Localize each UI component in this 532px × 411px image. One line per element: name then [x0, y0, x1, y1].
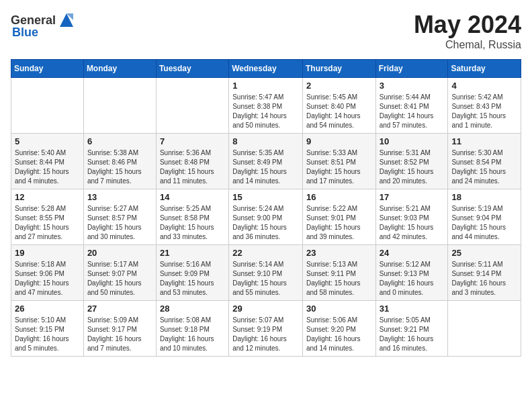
day-number: 10: [380, 136, 445, 146]
day-info: Sunrise: 5:16 AMSunset: 9:09 PMDaylight:…: [160, 260, 225, 298]
location-title: Chemal, Russia: [414, 39, 521, 51]
calendar-cell: 7Sunrise: 5:36 AMSunset: 8:48 PMDaylight…: [156, 134, 228, 189]
calendar-cell: 23Sunrise: 5:13 AMSunset: 9:11 PMDayligh…: [302, 245, 375, 301]
day-info: Sunrise: 5:07 AMSunset: 9:19 PMDaylight:…: [232, 316, 299, 353]
logo-icon: [57, 11, 76, 30]
calendar-cell: [83, 78, 156, 134]
calendar-cell: 19Sunrise: 5:18 AMSunset: 9:06 PMDayligh…: [11, 245, 84, 301]
calendar-cell: 1Sunrise: 5:47 AMSunset: 8:38 PMDaylight…: [229, 78, 303, 134]
weekday-header: Tuesday: [156, 60, 228, 78]
day-info: Sunrise: 5:27 AMSunset: 8:57 PMDaylight:…: [87, 204, 152, 242]
day-info: Sunrise: 5:09 AMSunset: 9:17 PMDaylight:…: [87, 316, 152, 353]
day-number: 22: [232, 248, 299, 258]
calendar-cell: 14Sunrise: 5:25 AMSunset: 8:58 PMDayligh…: [156, 189, 228, 245]
day-info: Sunrise: 5:10 AMSunset: 9:15 PMDaylight:…: [15, 316, 80, 353]
calendar-cell: 9Sunrise: 5:33 AMSunset: 8:51 PMDaylight…: [302, 134, 375, 189]
day-number: 4: [451, 81, 517, 91]
calendar-week-row: 26Sunrise: 5:10 AMSunset: 9:15 PMDayligh…: [11, 301, 521, 357]
day-number: 15: [232, 192, 299, 202]
calendar-cell: 18Sunrise: 5:19 AMSunset: 9:04 PMDayligh…: [448, 189, 521, 245]
calendar-cell: 25Sunrise: 5:11 AMSunset: 9:14 PMDayligh…: [448, 245, 521, 301]
day-info: Sunrise: 5:19 AMSunset: 9:04 PMDaylight:…: [451, 204, 517, 242]
day-number: 1: [232, 81, 299, 91]
weekday-header: Friday: [375, 60, 448, 78]
day-info: Sunrise: 5:14 AMSunset: 9:10 PMDaylight:…: [232, 260, 299, 298]
weekday-header: Thursday: [302, 60, 375, 78]
day-number: 29: [232, 304, 299, 314]
day-number: 21: [160, 248, 225, 258]
calendar-cell: 15Sunrise: 5:24 AMSunset: 9:00 PMDayligh…: [229, 189, 303, 245]
day-info: Sunrise: 5:08 AMSunset: 9:18 PMDaylight:…: [160, 316, 225, 353]
calendar-cell: 20Sunrise: 5:17 AMSunset: 9:07 PMDayligh…: [83, 245, 156, 301]
weekday-header: Sunday: [11, 60, 84, 78]
day-number: 12: [15, 192, 80, 202]
calendar-cell: 28Sunrise: 5:08 AMSunset: 9:18 PMDayligh…: [156, 301, 228, 357]
weekday-header: Monday: [83, 60, 156, 78]
day-number: 9: [306, 136, 372, 146]
day-info: Sunrise: 5:17 AMSunset: 9:07 PMDaylight:…: [87, 260, 152, 298]
day-info: Sunrise: 5:28 AMSunset: 8:55 PMDaylight:…: [15, 204, 80, 242]
calendar-cell: 30Sunrise: 5:06 AMSunset: 9:20 PMDayligh…: [302, 301, 375, 357]
calendar-cell: 8Sunrise: 5:35 AMSunset: 8:49 PMDaylight…: [229, 134, 303, 189]
day-number: 16: [306, 192, 372, 202]
month-title: May 2024: [414, 11, 521, 39]
calendar-cell: 24Sunrise: 5:12 AMSunset: 9:13 PMDayligh…: [375, 245, 448, 301]
day-info: Sunrise: 5:36 AMSunset: 8:48 PMDaylight:…: [160, 148, 225, 186]
day-info: Sunrise: 5:35 AMSunset: 8:49 PMDaylight:…: [232, 148, 299, 186]
day-number: 6: [87, 136, 152, 146]
day-number: 8: [232, 136, 299, 146]
day-info: Sunrise: 5:11 AMSunset: 9:14 PMDaylight:…: [451, 260, 517, 298]
calendar-cell: 29Sunrise: 5:07 AMSunset: 9:19 PMDayligh…: [229, 301, 303, 357]
day-info: Sunrise: 5:44 AMSunset: 8:41 PMDaylight:…: [380, 93, 445, 130]
calendar-cell: 16Sunrise: 5:22 AMSunset: 9:01 PMDayligh…: [302, 189, 375, 245]
calendar-cell: 5Sunrise: 5:40 AMSunset: 8:44 PMDaylight…: [11, 134, 84, 189]
day-info: Sunrise: 5:05 AMSunset: 9:21 PMDaylight:…: [380, 316, 445, 353]
day-number: 30: [306, 304, 372, 314]
calendar-cell: [156, 78, 228, 134]
day-number: 18: [451, 192, 517, 202]
calendar-cell: 22Sunrise: 5:14 AMSunset: 9:10 PMDayligh…: [229, 245, 303, 301]
calendar-cell: 4Sunrise: 5:42 AMSunset: 8:43 PMDaylight…: [448, 78, 521, 134]
day-number: 3: [380, 81, 445, 91]
day-number: 17: [380, 192, 445, 202]
calendar-week-row: 19Sunrise: 5:18 AMSunset: 9:06 PMDayligh…: [11, 245, 521, 301]
day-info: Sunrise: 5:22 AMSunset: 9:01 PMDaylight:…: [306, 204, 372, 242]
day-number: 20: [87, 248, 152, 258]
day-number: 19: [15, 248, 80, 258]
calendar-cell: 12Sunrise: 5:28 AMSunset: 8:55 PMDayligh…: [11, 189, 84, 245]
weekday-header: Wednesday: [229, 60, 303, 78]
day-number: 28: [160, 304, 225, 314]
day-number: 25: [451, 248, 517, 258]
calendar-cell: 2Sunrise: 5:45 AMSunset: 8:40 PMDaylight…: [302, 78, 375, 134]
logo-blue: Blue: [12, 26, 38, 40]
day-info: Sunrise: 5:25 AMSunset: 8:58 PMDaylight:…: [160, 204, 225, 242]
calendar-cell: 10Sunrise: 5:31 AMSunset: 8:52 PMDayligh…: [375, 134, 448, 189]
day-info: Sunrise: 5:24 AMSunset: 9:00 PMDaylight:…: [232, 204, 299, 242]
page-header: General Blue May 2024 Chemal, Russia: [11, 11, 521, 51]
day-info: Sunrise: 5:33 AMSunset: 8:51 PMDaylight:…: [306, 148, 372, 186]
day-number: 5: [15, 136, 80, 146]
day-info: Sunrise: 5:45 AMSunset: 8:40 PMDaylight:…: [306, 93, 372, 130]
calendar-cell: [11, 78, 84, 134]
calendar-cell: 11Sunrise: 5:30 AMSunset: 8:54 PMDayligh…: [448, 134, 521, 189]
day-info: Sunrise: 5:13 AMSunset: 9:11 PMDaylight:…: [306, 260, 372, 298]
day-info: Sunrise: 5:47 AMSunset: 8:38 PMDaylight:…: [232, 93, 299, 130]
weekday-header: Saturday: [448, 60, 521, 78]
calendar-week-row: 12Sunrise: 5:28 AMSunset: 8:55 PMDayligh…: [11, 189, 521, 245]
day-info: Sunrise: 5:06 AMSunset: 9:20 PMDaylight:…: [306, 316, 372, 353]
calendar-cell: 13Sunrise: 5:27 AMSunset: 8:57 PMDayligh…: [83, 189, 156, 245]
calendar-week-row: 1Sunrise: 5:47 AMSunset: 8:38 PMDaylight…: [11, 78, 521, 134]
calendar-table: SundayMondayTuesdayWednesdayThursdayFrid…: [11, 59, 521, 357]
day-info: Sunrise: 5:31 AMSunset: 8:52 PMDaylight:…: [380, 148, 445, 186]
day-info: Sunrise: 5:18 AMSunset: 9:06 PMDaylight:…: [15, 260, 80, 298]
weekday-header-row: SundayMondayTuesdayWednesdayThursdayFrid…: [11, 60, 521, 78]
day-number: 7: [160, 136, 225, 146]
title-block: May 2024 Chemal, Russia: [414, 11, 521, 51]
day-number: 11: [451, 136, 517, 146]
day-number: 24: [380, 248, 445, 258]
calendar-cell: [448, 301, 521, 357]
day-info: Sunrise: 5:40 AMSunset: 8:44 PMDaylight:…: [15, 148, 80, 186]
day-number: 2: [306, 81, 372, 91]
day-number: 13: [87, 192, 152, 202]
day-number: 14: [160, 192, 225, 202]
